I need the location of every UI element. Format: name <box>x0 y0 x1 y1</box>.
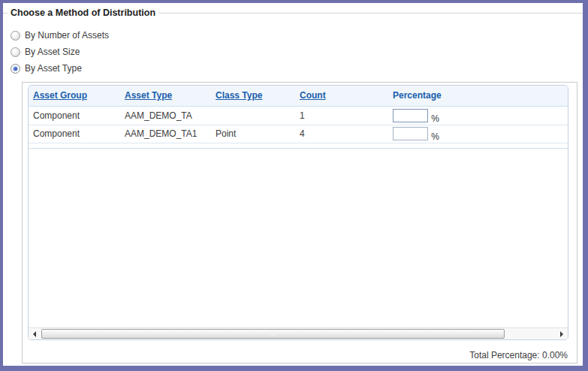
scroll-right-icon <box>560 331 563 337</box>
sort-link-asset-group[interactable]: Asset Group <box>33 90 87 101</box>
radio-label: By Asset Size <box>25 47 80 57</box>
radio-button-icon[interactable] <box>11 64 20 74</box>
cell-class-type: Point <box>211 125 295 143</box>
sort-link-class-type[interactable]: Class Type <box>216 90 262 101</box>
scroll-left-button[interactable] <box>29 328 41 339</box>
radio-label: By Number of Assets <box>25 30 109 41</box>
table-footer-strip <box>29 143 568 149</box>
horizontal-scrollbar[interactable] <box>29 327 568 339</box>
total-percentage-label: Total Percentage: 0.00% <box>469 350 568 360</box>
percent-sign: % <box>431 113 439 124</box>
asset-type-table-container: Asset Group Asset Type Class Type Count … <box>28 85 568 340</box>
panel-title: Choose a Method of Distribution <box>8 8 158 18</box>
radio-option-by-asset-size[interactable]: By Asset Size <box>11 46 80 58</box>
cell-class-type <box>211 106 295 125</box>
radio-option-by-number-of-assets[interactable]: By Number of Assets <box>11 29 109 41</box>
scrollbar-thumb[interactable] <box>41 329 505 339</box>
radio-button-icon[interactable] <box>11 31 20 41</box>
column-header-count: Count <box>295 86 378 106</box>
sort-link-count[interactable]: Count <box>300 90 326 101</box>
column-header-asset-type: Asset Type <box>120 86 211 106</box>
scrollbar-grip-icon <box>270 331 276 336</box>
radio-option-by-asset-type[interactable]: By Asset Type <box>11 62 82 74</box>
asset-type-table: Asset Group Asset Type Class Type Count … <box>29 86 568 143</box>
cell-count: 1 <box>295 106 378 125</box>
cell-count: 4 <box>295 125 378 143</box>
cell-asset-type: AAM_DEMO_TA1 <box>120 125 211 143</box>
cell-percentage: % <box>378 106 568 125</box>
table-row: Component AAM_DEMO_TA1 Point 4 % <box>29 125 568 143</box>
sort-link-asset-type[interactable]: Asset Type <box>125 90 172 101</box>
distribution-dialog: Choose a Method of Distribution By Numbe… <box>0 0 588 371</box>
column-header-asset-group: Asset Group <box>29 86 120 106</box>
radio-label: By Asset Type <box>25 63 82 74</box>
column-header-class-type: Class Type <box>211 86 295 106</box>
cell-asset-group: Component <box>29 125 120 143</box>
cell-asset-group: Component <box>29 106 120 125</box>
distribution-table-panel: Asset Group Asset Type Class Type Count … <box>22 82 577 363</box>
percent-sign: % <box>431 131 439 142</box>
cell-percentage: % <box>378 125 568 143</box>
cell-asset-type: AAM_DEMO_TA <box>120 106 211 125</box>
percentage-input[interactable] <box>393 109 428 122</box>
column-header-percentage: Percentage <box>378 86 568 106</box>
scroll-left-icon <box>33 331 36 337</box>
scroll-right-button[interactable] <box>556 328 568 339</box>
table-row: Component AAM_DEMO_TA 1 % <box>29 106 568 125</box>
percentage-input[interactable] <box>393 127 428 140</box>
table-header-row: Asset Group Asset Type Class Type Count … <box>29 86 568 106</box>
radio-button-icon[interactable] <box>11 47 20 57</box>
